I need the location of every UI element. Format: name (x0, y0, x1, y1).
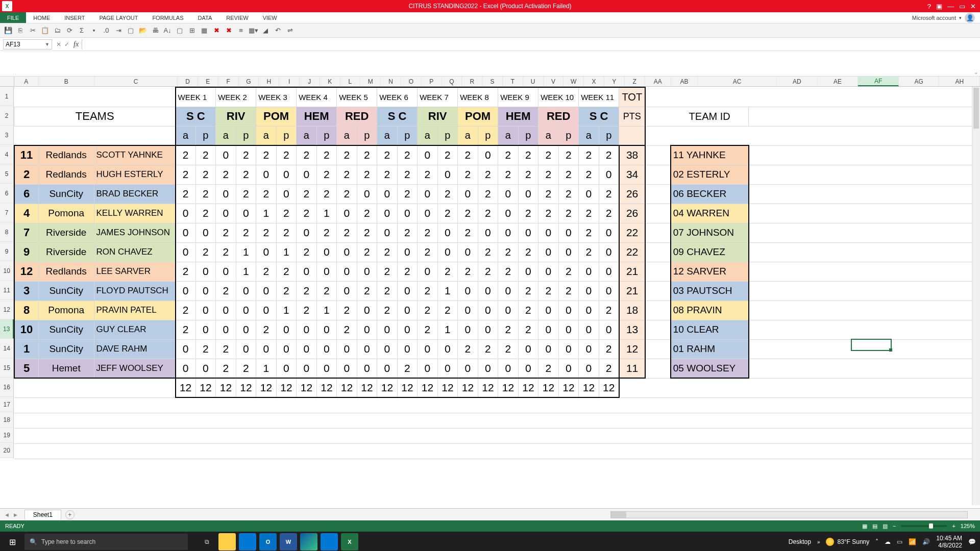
score-cell[interactable]: 0 (377, 184, 398, 204)
score-cell[interactable]: 2 (397, 165, 418, 184)
score-cell[interactable]: 2 (579, 223, 599, 242)
score-cell[interactable]: 0 (377, 339, 398, 359)
score-cell[interactable]: 2 (276, 223, 297, 242)
team-number[interactable]: 2 (14, 165, 38, 184)
p-header[interactable]: p (599, 126, 619, 145)
score-cell[interactable]: 2 (518, 320, 538, 339)
tot-header[interactable]: TOT (619, 87, 646, 107)
score-cell[interactable]: 1 (276, 300, 297, 320)
score-cell[interactable]: 1 (437, 281, 458, 300)
fill-icon[interactable]: ▦▾ (249, 27, 257, 35)
score-cell[interactable]: 0 (397, 204, 418, 223)
col-header-Z[interactable]: Z (625, 77, 645, 86)
total-cell[interactable]: 12 (619, 339, 646, 359)
row-header-17[interactable]: 17 (0, 397, 14, 412)
score-cell[interactable]: 0 (397, 300, 418, 320)
team-name[interactable]: LEE SARVER (94, 262, 176, 281)
score-cell[interactable]: 2 (478, 184, 498, 204)
score-cell[interactable]: 2 (337, 223, 357, 242)
score-cell[interactable]: 0 (176, 281, 196, 300)
team-name[interactable]: JEFF WOOLSEY (94, 359, 176, 378)
score-cell[interactable]: 0 (498, 184, 519, 204)
sum-cell[interactable]: 12 (458, 378, 478, 397)
file-explorer-icon[interactable] (218, 533, 236, 550)
score-cell[interactable]: 2 (256, 145, 277, 165)
score-cell[interactable]: 2 (357, 204, 377, 223)
score-cell[interactable]: 2 (357, 223, 377, 242)
score-cell[interactable]: 0 (297, 223, 317, 242)
score-cell[interactable]: 0 (216, 262, 236, 281)
zoom-level[interactable]: 125% (961, 523, 975, 529)
score-cell[interactable]: 2 (216, 281, 236, 300)
team-number[interactable]: 9 (14, 242, 38, 262)
row-header-13[interactable]: 13 (0, 319, 14, 339)
score-cell[interactable]: 0 (195, 359, 216, 378)
score-cell[interactable]: 2 (297, 242, 317, 262)
team-name[interactable]: JAMES JOHNSON (94, 223, 176, 242)
score-cell[interactable]: 2 (498, 145, 519, 165)
excel-taskbar-icon[interactable]: X (341, 533, 358, 550)
total-cell[interactable]: 22 (619, 223, 646, 242)
row-header-6[interactable]: 6 (0, 184, 14, 203)
score-cell[interactable]: 0 (337, 242, 357, 262)
row-header-14[interactable]: 14 (0, 339, 14, 358)
copy-icon[interactable]: ⎘ (16, 27, 24, 35)
score-cell[interactable]: 2 (276, 262, 297, 281)
score-cell[interactable]: 0 (579, 320, 599, 339)
score-cell[interactable]: 2 (599, 359, 619, 378)
score-cell[interactable]: 2 (316, 165, 337, 184)
score-cell[interactable]: 2 (397, 223, 418, 242)
score-cell[interactable]: 0 (276, 165, 297, 184)
sum-cell[interactable]: 12 (498, 378, 519, 397)
col-header-L[interactable]: L (340, 77, 361, 86)
col-header-E[interactable]: E (198, 77, 218, 86)
score-cell[interactable]: 0 (538, 300, 559, 320)
team-number[interactable]: 7 (14, 223, 38, 242)
row-header-16[interactable]: 16 (0, 378, 14, 397)
score-cell[interactable]: 1 (236, 262, 256, 281)
score-cell[interactable]: 2 (357, 281, 377, 300)
score-cell[interactable]: 0 (297, 262, 317, 281)
team-number[interactable]: 10 (14, 320, 38, 339)
score-cell[interactable]: 2 (579, 204, 599, 223)
team-name[interactable]: SCOTT YAHNKE (94, 145, 176, 165)
row-header-18[interactable]: 18 (0, 412, 14, 428)
row-header-2[interactable]: 2 (0, 106, 14, 126)
store-icon[interactable] (239, 533, 256, 550)
score-cell[interactable]: 2 (558, 145, 579, 165)
score-cell[interactable]: 0 (397, 320, 418, 339)
outlook-icon[interactable]: O (259, 533, 277, 550)
team-number[interactable]: 5 (14, 359, 38, 378)
close-icon[interactable]: ✕ (970, 3, 976, 10)
score-cell[interactable]: 2 (357, 145, 377, 165)
score-cell[interactable]: 2 (216, 359, 236, 378)
score-cell[interactable]: 0 (195, 262, 216, 281)
score-cell[interactable]: 2 (518, 242, 538, 262)
location-header[interactable]: HEM (297, 107, 337, 126)
score-cell[interactable]: 2 (236, 165, 256, 184)
vertical-scrollbar[interactable] (972, 87, 980, 505)
col-header-A[interactable]: A (14, 77, 39, 86)
score-cell[interactable]: 0 (458, 359, 478, 378)
team-id-cell[interactable]: 01 RAHM (671, 339, 749, 359)
col-header-F[interactable]: F (218, 77, 239, 86)
row-header-8[interactable]: 8 (0, 222, 14, 242)
score-cell[interactable]: 2 (337, 300, 357, 320)
location-header[interactable]: POM (256, 107, 297, 126)
score-cell[interactable]: 2 (558, 262, 579, 281)
score-cell[interactable]: 0 (418, 204, 438, 223)
team-name[interactable]: KELLY WARREN (94, 204, 176, 223)
score-cell[interactable]: 0 (478, 359, 498, 378)
col-header-AB[interactable]: AB (671, 77, 698, 86)
open-icon[interactable]: 📂 (139, 27, 147, 35)
p-header[interactable]: p (236, 126, 256, 145)
score-cell[interactable]: 2 (518, 204, 538, 223)
add-sheet-button[interactable]: + (65, 510, 75, 519)
score-cell[interactable]: 0 (498, 223, 519, 242)
score-cell[interactable]: 2 (538, 165, 559, 184)
col-header-T[interactable]: T (503, 77, 523, 86)
sheet-nav[interactable]: ◄► (0, 512, 22, 518)
col-header-AG[interactable]: AG (899, 77, 940, 86)
week-header[interactable]: WEEK 6 (377, 87, 418, 107)
col-header-S[interactable]: S (482, 77, 503, 86)
